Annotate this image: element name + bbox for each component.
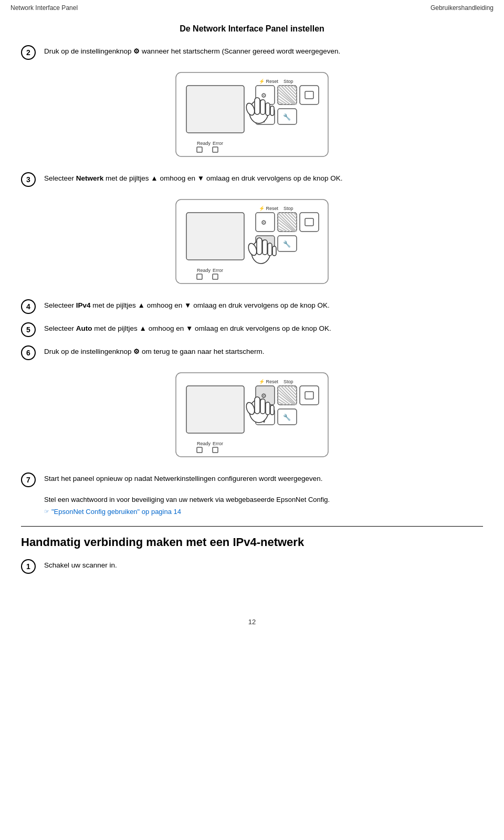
- step-text-5: Selecteer Auto met de pijltjes ▲ omhoog …: [44, 321, 483, 334]
- svg-text:⚡ Reset: ⚡ Reset: [259, 205, 279, 212]
- svg-rect-68: [262, 240, 267, 255]
- section-step-text-1: Schakel uw scanner in.: [44, 558, 483, 571]
- svg-text:⚙: ⚙: [261, 219, 267, 226]
- svg-rect-34: [270, 106, 274, 116]
- step-4: 4 Selecteer IPv4 met de pijltjes ▲ omhoo…: [21, 298, 483, 314]
- svg-text:Error: Error: [213, 141, 223, 146]
- svg-rect-1: [186, 86, 244, 133]
- section-step-1: 1 Schakel uw scanner in.: [21, 558, 483, 574]
- svg-rect-73: [186, 386, 244, 433]
- svg-rect-32: [260, 100, 265, 114]
- step-text-4: Selecteer IPv4 met de pijltjes ▲ omhoog …: [44, 298, 483, 311]
- svg-rect-90: [300, 386, 319, 405]
- svg-text:⚡ Reset: ⚡ Reset: [259, 78, 279, 85]
- step-number-7: 7: [21, 472, 36, 487]
- step-text-2: Druk op de instellingenknop ⚙ wanneer he…: [44, 44, 483, 57]
- svg-text:Stop: Stop: [284, 79, 293, 84]
- svg-rect-31: [255, 98, 260, 114]
- sub-text-1: Stel een wachtwoord in voor beveiliging …: [44, 495, 483, 506]
- svg-rect-67: [257, 238, 262, 255]
- svg-text:🔧: 🔧: [283, 240, 291, 248]
- svg-text:⚙: ⚙: [261, 392, 267, 400]
- svg-text:⚡ Reset: ⚡ Reset: [259, 379, 279, 385]
- section-step-number-1: 1: [21, 559, 36, 574]
- finger-icon: ☞: [44, 508, 49, 515]
- step-2: 2 Druk op de instellingenknop ⚙ wanneer …: [21, 44, 483, 60]
- step-number-2: 2: [21, 45, 36, 60]
- svg-text:Ready: Ready: [197, 441, 211, 446]
- step-number-3: 3: [21, 172, 36, 187]
- svg-rect-103: [255, 397, 260, 414]
- svg-rect-54: [300, 213, 319, 232]
- step-text-3: Selecteer Netwerk met de pijltjes ▲ omho…: [44, 171, 483, 184]
- step-3: 3 Selecteer Netwerk met de pijltjes ▲ om…: [21, 171, 483, 187]
- svg-text:Error: Error: [213, 441, 223, 446]
- svg-rect-18: [300, 86, 319, 104]
- step-text-6: Druk op de instellingenknop ⚙ om terug t…: [44, 344, 483, 357]
- svg-rect-70: [272, 246, 276, 256]
- settings-icon-2: ⚙: [133, 47, 140, 55]
- svg-text:🔧: 🔧: [283, 413, 291, 421]
- svg-rect-106: [270, 405, 274, 415]
- panel-illustration-3: ⚡ Reset Stop ⚙ ▲ OK ▼: [21, 368, 483, 462]
- header: Network Interface Panel Gebruikershandle…: [0, 0, 504, 14]
- panel-illustration-1: ⚡ Reset Stop ⚙: [21, 67, 483, 162]
- svg-text:Error: Error: [213, 268, 223, 273]
- step-number-5: 5: [21, 322, 36, 337]
- svg-text:Stop: Stop: [284, 206, 293, 211]
- svg-rect-69: [268, 243, 272, 256]
- svg-text:Ready: Ready: [197, 141, 211, 146]
- page-title: De Network Interface Panel instellen: [21, 24, 483, 34]
- epsonnet-config-link[interactable]: "EpsonNet Config gebruiken" op pagina 14: [51, 508, 181, 516]
- svg-text:Stop: Stop: [284, 379, 293, 384]
- svg-text:⚙: ⚙: [261, 92, 267, 99]
- sub-text-link[interactable]: ☞ "EpsonNet Config gebruiken" op pagina …: [44, 508, 483, 516]
- svg-rect-105: [266, 402, 270, 415]
- page-number: 12: [0, 618, 504, 626]
- step-text-7: Start het paneel opnieuw op nadat Netwer…: [44, 471, 483, 484]
- panel-illustration-2: ⚡ Reset Stop ⚙ ▲ OK ▼: [21, 194, 483, 289]
- section-heading: Handmatig verbinding maken met een IPv4-…: [21, 535, 483, 550]
- section-divider: [21, 526, 483, 527]
- header-left: Network Interface Panel: [10, 4, 78, 12]
- step-number-4: 4: [21, 299, 36, 314]
- step-5: 5 Selecteer Auto met de pijltjes ▲ omhoo…: [21, 321, 483, 337]
- svg-rect-37: [186, 213, 244, 260]
- main-content: De Network Interface Panel instellen 2 D…: [0, 14, 504, 602]
- step-6: 6 Druk op de instellingenknop ⚙ om terug…: [21, 344, 483, 360]
- svg-text:🔧: 🔧: [283, 113, 291, 121]
- header-right: Gebruikershandleiding: [430, 4, 494, 12]
- settings-icon-6: ⚙: [133, 348, 140, 355]
- svg-rect-104: [260, 399, 265, 414]
- svg-rect-33: [266, 103, 270, 116]
- svg-text:Ready: Ready: [197, 268, 211, 273]
- step-7: 7 Start het paneel opnieuw op nadat Netw…: [21, 471, 483, 487]
- step-number-6: 6: [21, 345, 36, 360]
